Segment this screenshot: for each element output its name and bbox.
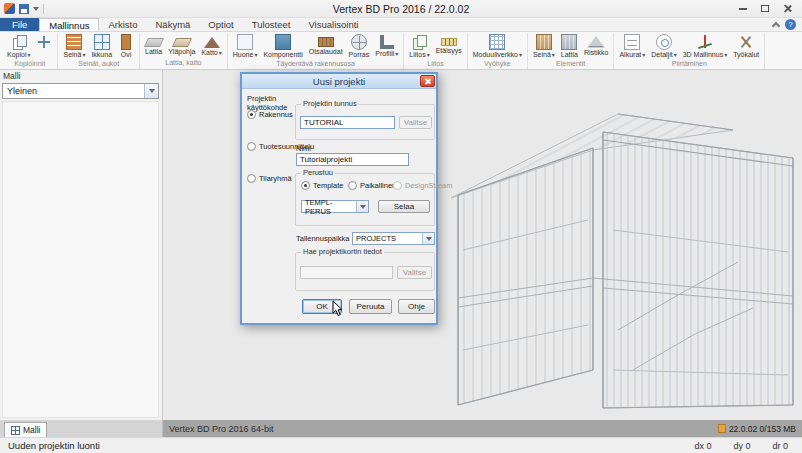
combo-arrow-button[interactable] xyxy=(144,84,158,98)
template-combo[interactable]: TEMPL-PERUS xyxy=(301,200,369,213)
chevron-down-icon[interactable] xyxy=(33,7,39,11)
ribbon-button-katto[interactable]: Katto xyxy=(200,34,222,56)
radio-label: Paikallinen xyxy=(360,181,396,190)
ribbon-button-profiili[interactable]: Profiili xyxy=(374,34,399,57)
maximize-button[interactable] xyxy=(754,2,776,16)
ribbon-button-liitos[interactable]: Liitos xyxy=(408,34,430,58)
browse-template-button[interactable]: Selaa xyxy=(378,200,430,213)
ribbon-button-elementti-lattia[interactable]: Lattia xyxy=(560,34,579,58)
ribbon-button-huone[interactable]: Huone xyxy=(232,34,259,58)
ribbon-group-lattia-katto: Lattia Yläpohja Katto Lattia, katto xyxy=(140,33,228,69)
tools-icon xyxy=(738,34,754,50)
group-label: Hae projektikortin tiedot xyxy=(301,248,384,256)
help-button[interactable]: Ohje xyxy=(398,299,435,314)
radio-tilaryhma[interactable]: Tilaryhmä xyxy=(247,174,292,183)
collapse-ribbon-icon[interactable] xyxy=(772,21,780,29)
ribbon-button-ylapohja[interactable]: Yläpohja xyxy=(167,34,196,55)
ribbon-button-ovi[interactable]: Ovi xyxy=(117,34,135,58)
mouse-cursor xyxy=(332,300,344,322)
based-on-group: Perustuu Template Paikallinen DesignStre… xyxy=(295,173,435,226)
group-label: Perustuu xyxy=(301,169,335,177)
template-combo-value: TEMPL-PERUS xyxy=(305,198,356,216)
ruler-icon xyxy=(441,38,457,46)
window-icon xyxy=(94,34,110,50)
ribbon-group-label: Lattia, katto xyxy=(144,57,223,69)
chevron-down-icon xyxy=(360,205,366,209)
ribbon-button-ikkuna[interactable]: Ikkuna xyxy=(90,34,113,58)
ribbon-group-label: Seinät, aukot xyxy=(62,58,135,70)
model-tree-panel[interactable] xyxy=(2,101,159,418)
combo-arrow-button[interactable] xyxy=(356,201,368,212)
profile-icon xyxy=(380,35,394,49)
radio-template[interactable]: Template xyxy=(301,181,343,190)
project-card-browse-button[interactable]: Valitse xyxy=(397,266,432,279)
coordinate-readout: dx 0 dy 0 dr 0 xyxy=(694,441,788,451)
close-icon xyxy=(783,4,792,13)
radio-label: Template xyxy=(313,181,343,190)
ribbon-button-porras[interactable]: Porras xyxy=(348,34,371,58)
tab-tulosteet[interactable]: Tulosteet xyxy=(243,18,300,31)
project-card-group: Hae projektikortin tiedot Valitse xyxy=(295,252,435,291)
ceiling-slab-icon xyxy=(172,38,192,47)
ribbon-button-komponentti[interactable]: Komponentti xyxy=(262,34,303,58)
ribbon-group-taydentava-rakennusosa: Huone Komponentti Otsalaudat Porras Prof… xyxy=(228,33,405,69)
door-icon xyxy=(121,34,131,50)
tab-visualisointi[interactable]: Visualisointi xyxy=(299,18,367,31)
project-name-input[interactable]: Tutorialprojekti xyxy=(296,153,409,166)
dialog-close-button[interactable] xyxy=(420,75,435,87)
quick-access-toolbar xyxy=(4,3,44,14)
app-logo-icon[interactable] xyxy=(4,3,15,14)
save-icon[interactable] xyxy=(19,4,29,14)
save-location-combo[interactable]: PROJECTS xyxy=(352,232,435,245)
dy-value: dy 0 xyxy=(733,441,750,451)
ribbon-button-detaljit[interactable]: Detaljit xyxy=(650,34,677,58)
ribbon-button-ristikko[interactable]: Ristikko xyxy=(583,34,610,56)
ribbon-group-label: Elementit xyxy=(532,58,610,70)
help-icon[interactable]: ? xyxy=(785,19,796,30)
model-tab[interactable]: Malli xyxy=(4,422,47,437)
ribbon-button-kopioi[interactable]: Kopioi xyxy=(6,34,31,58)
floor-panel-icon xyxy=(561,34,577,50)
window-controls xyxy=(732,2,798,16)
radio-paikallinen[interactable]: Paikallinen xyxy=(348,181,396,190)
new-project-dialog: Uusi projekti Projektin käyttökohde Rake… xyxy=(240,72,438,325)
project-id-input[interactable]: TUTORIAL xyxy=(300,116,395,129)
cancel-button[interactable]: Peruuta xyxy=(349,299,392,314)
tab-mallinnus[interactable]: Mallinnus xyxy=(39,18,99,31)
title-bar: Vertex BD Pro 2016 / 22.0.02 xyxy=(0,0,802,18)
minimize-icon xyxy=(739,8,747,10)
wall-panel-icon xyxy=(536,34,552,50)
ribbon-button-tyokalut[interactable]: Työkalut xyxy=(732,34,760,58)
ribbon-button-elementti-seina[interactable]: Seinä xyxy=(532,34,556,58)
project-id-browse-button[interactable]: Valitse xyxy=(399,116,432,129)
tab-file[interactable]: File xyxy=(0,18,39,31)
radio-label: Tilaryhmä xyxy=(259,174,292,183)
tab-nakyma[interactable]: Näkymä xyxy=(147,18,200,31)
maximize-icon xyxy=(761,5,769,12)
3d-axis-icon xyxy=(697,34,713,50)
radio-icon xyxy=(247,110,256,119)
tab-optiot[interactable]: Optiot xyxy=(199,18,242,31)
radio-designstream[interactable]: DesignStream xyxy=(393,181,453,190)
ribbon-button-otsalaudat[interactable]: Otsalaudat xyxy=(308,34,344,55)
chevron-down-icon xyxy=(426,237,432,241)
ribbon-button-etaisyys[interactable]: Etäisyys xyxy=(435,34,463,54)
close-button[interactable] xyxy=(776,2,798,16)
floor-slab-icon xyxy=(144,38,164,47)
ribbon-button-move[interactable] xyxy=(35,34,53,51)
ribbon-group-vyohyke: Moduuliverkko Vyöhyke xyxy=(468,33,528,69)
project-card-input[interactable] xyxy=(300,266,393,279)
model-type-combo[interactable]: Yleinen xyxy=(2,83,159,99)
ribbon-button-seina[interactable]: Seinä xyxy=(62,34,86,58)
ribbon-button-3d-mallinnus[interactable]: 3D Mallinnus xyxy=(682,34,728,58)
ribbon-button-alkurat[interactable]: Alkurat xyxy=(618,34,646,58)
tab-arkisto[interactable]: Arkisto xyxy=(99,18,146,31)
radio-label: DesignStream xyxy=(405,181,453,190)
radio-rakennus[interactable]: Rakennus xyxy=(247,110,293,119)
room-icon xyxy=(237,34,253,50)
ribbon-button-moduuliverkko[interactable]: Moduuliverkko xyxy=(472,34,523,58)
minimize-button[interactable] xyxy=(732,2,754,16)
status-message: Uuden projektin luonti xyxy=(8,440,100,451)
ribbon-button-lattia[interactable]: Lattia xyxy=(144,34,163,55)
combo-arrow-button[interactable] xyxy=(422,233,434,244)
